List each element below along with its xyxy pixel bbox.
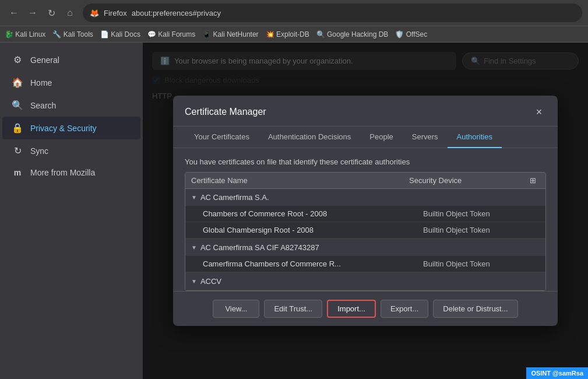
sidebar-item-home[interactable]: 🏠 Home <box>2 71 140 94</box>
cert-group-header-1[interactable]: ▼ AC Camerfirma S.A. <box>185 189 545 206</box>
tab-people[interactable]: People <box>360 127 402 148</box>
firefox-icon: 🦊 <box>90 9 99 17</box>
cert-group-name-2: AC Camerfirma SA CIF A82743287 <box>200 243 319 252</box>
sidebar-label-search: Search <box>30 101 56 110</box>
sidebar-item-privacy[interactable]: 🔒 Privacy & Security <box>2 117 140 139</box>
tab-authorities[interactable]: Authorities <box>448 127 502 148</box>
bookmark-kali-linux[interactable]: 🐉 Kali Linux <box>5 30 45 38</box>
edit-trust-button[interactable]: Edit Trust... <box>264 300 322 318</box>
cert-device-1: Builtin Object Token <box>423 209 540 218</box>
bookmark-kali-nethunter[interactable]: 📱 Kali NetHunter <box>202 30 258 38</box>
dialog-footer: View... Edit Trust... Import... Export..… <box>173 291 558 326</box>
import-button[interactable]: Import... <box>327 300 376 318</box>
col-header-device: Security Device <box>409 176 526 185</box>
cert-device-3: Builtin Object Token <box>423 259 540 268</box>
cert-row-2[interactable]: Global Chambersign Root - 2008 Builtin O… <box>185 222 545 238</box>
bookmark-kali-forums[interactable]: 💬 Kali Forums <box>147 30 195 38</box>
sidebar-label-sync: Sync <box>30 146 48 156</box>
modal-overlay: Certificate Manager × Your Certificates … <box>143 43 588 379</box>
export-button[interactable]: Export... <box>381 300 428 318</box>
chevron-icon-2: ▼ <box>191 244 197 251</box>
cert-group-name-1: AC Camerfirma S.A. <box>200 193 269 202</box>
certificate-table: Certificate Name Security Device ⊞ ▼ AC … <box>185 172 546 291</box>
bookmarks-bar: 🐉 Kali Linux 🔧 Kali Tools 📄 Kali Docs 💬 … <box>0 26 588 43</box>
chevron-icon: ▼ <box>191 194 197 201</box>
sidebar-label-home: Home <box>30 78 52 87</box>
refresh-button[interactable]: ↻ <box>43 5 59 21</box>
sidebar-label-privacy: Privacy & Security <box>30 124 97 133</box>
tab-your-certificates[interactable]: Your Certificates <box>185 127 259 148</box>
cert-row-3[interactable]: Camerfirma Chambers of Commerce R... Bui… <box>185 256 545 272</box>
bookmark-kali-docs[interactable]: 📄 Kali Docs <box>100 30 140 38</box>
sidebar-label-mozilla: More from Mozilla <box>30 168 95 177</box>
search-icon: 🔍 <box>12 100 23 111</box>
cert-group-1: ▼ AC Camerfirma S.A. Chambers of Commerc… <box>185 189 545 239</box>
home-icon: 🏠 <box>12 77 23 88</box>
sidebar: ⚙ General 🏠 Home 🔍 Search 🔒 Privacy & Se… <box>0 43 143 379</box>
sidebar-label-general: General <box>30 55 59 65</box>
forward-button[interactable]: → <box>24 5 41 21</box>
cert-table-header: Certificate Name Security Device ⊞ <box>185 173 545 189</box>
delete-distrust-button[interactable]: Delete or Distrust... <box>433 300 517 318</box>
dialog-description: You have certificates on file that ident… <box>185 157 546 166</box>
gear-icon: ⚙ <box>12 54 23 65</box>
mozilla-icon: m <box>12 168 23 177</box>
content-area: ℹ️ Your browser is being managed by your… <box>143 43 588 379</box>
view-button[interactable]: View... <box>213 300 259 318</box>
bookmark-ghdb[interactable]: 🔍 Google Hacking DB <box>316 30 389 38</box>
browser-name: Firefox <box>104 9 127 17</box>
cert-group-header-2[interactable]: ▼ AC Camerfirma SA CIF A82743287 <box>185 239 545 256</box>
osint-badge: OSINT @samRsa <box>526 367 588 379</box>
bookmark-kali-tools[interactable]: 🔧 Kali Tools <box>52 30 93 38</box>
cert-name-2: Global Chambersign Root - 2008 <box>203 226 423 234</box>
cert-device-2: Builtin Object Token <box>423 226 540 234</box>
cert-group-header-3[interactable]: ▼ ACCV <box>185 273 545 290</box>
sidebar-item-mozilla[interactable]: m More from Mozilla <box>2 162 140 183</box>
nav-buttons: ← → ↻ ⌂ <box>6 5 78 21</box>
cert-table-body: ▼ AC Camerfirma S.A. Chambers of Commerc… <box>185 189 545 290</box>
bookmark-offsec[interactable]: 🛡️ OffSec <box>395 30 427 38</box>
url-text: about:preferences#privacy <box>132 9 221 17</box>
sidebar-item-sync[interactable]: ↻ Sync <box>2 139 140 162</box>
cert-name-3: Camerfirma Chambers of Commerce R... <box>203 259 423 268</box>
dialog-title: Certificate Manager <box>185 107 266 117</box>
cert-group-name-3: ACCV <box>200 277 221 286</box>
col-header-name: Certificate Name <box>191 176 409 185</box>
chevron-icon-3: ▼ <box>191 278 197 285</box>
firefox-main: ⚙ General 🏠 Home 🔍 Search 🔒 Privacy & Se… <box>0 43 588 379</box>
cert-row-1[interactable]: Chambers of Commerce Root - 2008 Builtin… <box>185 206 545 222</box>
lock-icon: 🔒 <box>12 122 23 134</box>
browser-chrome: ← → ↻ ⌂ 🦊 Firefox about:preferences#priv… <box>0 0 588 26</box>
sidebar-item-general[interactable]: ⚙ General <box>2 48 140 71</box>
certificate-manager-dialog: Certificate Manager × Your Certificates … <box>173 96 558 326</box>
back-button[interactable]: ← <box>6 5 22 21</box>
tab-servers[interactable]: Servers <box>403 127 448 148</box>
dialog-close-button[interactable]: × <box>532 105 546 119</box>
bookmark-exploit-db[interactable]: 💥 Exploit-DB <box>266 30 309 38</box>
address-bar[interactable]: 🦊 Firefox about:preferences#privacy <box>83 3 582 22</box>
col-header-expand: ⊞ <box>526 176 540 185</box>
tab-authentication-decisions[interactable]: Authentication Decisions <box>259 127 360 148</box>
sidebar-item-search[interactable]: 🔍 Search <box>2 94 140 117</box>
home-button[interactable]: ⌂ <box>62 5 78 21</box>
cert-name-1: Chambers of Commerce Root - 2008 <box>203 209 423 218</box>
cert-group-3: ▼ ACCV <box>185 273 545 290</box>
dialog-tabs: Your Certificates Authentication Decisio… <box>173 127 558 148</box>
osint-username: @samRsa <box>552 370 583 377</box>
cert-group-2: ▼ AC Camerfirma SA CIF A82743287 Camerfi… <box>185 239 545 273</box>
dialog-content: You have certificates on file that ident… <box>173 148 558 291</box>
sync-icon: ↻ <box>12 145 23 156</box>
dialog-header: Certificate Manager × <box>173 96 558 127</box>
